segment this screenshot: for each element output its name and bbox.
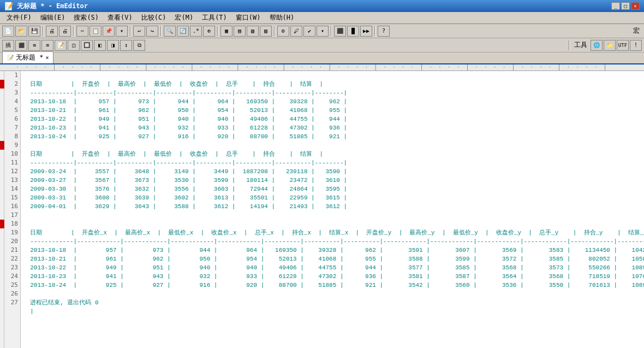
- menu-macro[interactable]: 宏(M): [170, 12, 198, 23]
- plugin-btn-2[interactable]: ⬛: [15, 40, 27, 51]
- stop-button[interactable]: ⬛: [334, 26, 346, 37]
- editor-content[interactable]: 日期 | 开盘价 | 最高价 | 最低价 | 收盘价 | 总手 | 持合 | 结…: [21, 71, 644, 348]
- record-button[interactable]: ▐▌: [347, 26, 359, 37]
- csv-button[interactable]: ▦: [220, 26, 232, 37]
- help-button[interactable]: ?: [378, 26, 390, 37]
- bookmark-margin: [0, 71, 4, 348]
- line-num-13: 13: [4, 176, 20, 185]
- tools-btn-1[interactable]: 🌐: [591, 40, 603, 51]
- plugin-btn-3[interactable]: ≡: [28, 40, 40, 51]
- csv4-button[interactable]: ▨: [260, 26, 272, 37]
- tools-btn-2[interactable]: 📁: [604, 40, 616, 51]
- undo-button[interactable]: ↩: [133, 26, 145, 37]
- line-19: 日期 | 开盘价_x | 最高价_x | 最低价_x | 收盘价_x | 总手_…: [21, 228, 644, 237]
- menu-search[interactable]: 搜索(S): [69, 12, 103, 23]
- menu-view[interactable]: 查看(V): [103, 12, 137, 23]
- find-button[interactable]: 🔍: [164, 26, 176, 37]
- close-button[interactable]: ×: [631, 2, 640, 10]
- line-9: [21, 141, 644, 150]
- line-10: 日期 | 开盘价 | 最高价 | 最低价 | 收盘价 | 总手 | 持合 | 结…: [21, 150, 644, 158]
- redo-button[interactable]: ↪: [146, 26, 158, 37]
- play-button[interactable]: ▶▶: [360, 26, 372, 37]
- line-26: [21, 290, 644, 298]
- line-11: ------------|----------|----------|-----…: [21, 158, 644, 167]
- tab-untitled[interactable]: 📝 无标题 * ×: [2, 51, 53, 63]
- line-num-3: 3: [4, 89, 20, 97]
- line-num-8: 8: [4, 132, 20, 141]
- bookmark-line-9: [0, 141, 4, 150]
- cut-button[interactable]: ✂: [76, 26, 88, 37]
- tools-btn-4[interactable]: !: [630, 40, 642, 51]
- separator-5: [217, 26, 218, 36]
- window-controls[interactable]: _ □ ×: [611, 2, 640, 10]
- line-15: 2009-03-31 | 3608 | 3639 | 3602 | 3613 |…: [21, 193, 644, 202]
- plugin-btn-7[interactable]: 🔲: [81, 40, 93, 51]
- plugin-btn-9[interactable]: ◨: [107, 40, 119, 51]
- tab-close-button[interactable]: ×: [45, 55, 49, 61]
- line-num-15: 15: [4, 193, 20, 202]
- paste-button[interactable]: 📌: [103, 26, 115, 37]
- csv3-button[interactable]: ▧: [247, 26, 259, 37]
- check2-button[interactable]: ▾: [317, 26, 329, 37]
- ruler: ····|····|····|····|····|····|····|····|…: [0, 64, 644, 71]
- check-button[interactable]: ✔: [303, 26, 315, 37]
- menu-window[interactable]: 窗口(W): [231, 12, 265, 23]
- separator-3: [130, 26, 131, 36]
- line-num-14: 14: [4, 185, 20, 193]
- plugin-btn-5[interactable]: 📝: [55, 40, 67, 51]
- plugin-btn-4[interactable]: ≡: [41, 40, 53, 51]
- plugin-btn-11[interactable]: ⧉: [133, 40, 145, 51]
- line-num-6: 6: [4, 115, 20, 123]
- editor-container: 1 2 3 4 5 6 7 8 9 10 11 12 13 14 15 16 1…: [0, 71, 644, 348]
- menu-tools[interactable]: 工具(T): [198, 12, 231, 23]
- menu-file[interactable]: 文件(F): [2, 12, 36, 23]
- find-regex-button[interactable]: .*: [190, 26, 202, 37]
- line-18: [21, 220, 644, 228]
- maximize-button[interactable]: □: [621, 2, 630, 10]
- copy-button[interactable]: 📋: [90, 26, 102, 37]
- toolbar-main: 📄 📂 💾 🖨 🖨 ✂ 📋 📌 ▾ ↩ ↪ 🔍 🔄 .* ⊕ ▦ ▤ ▧ ▨ ⚙…: [0, 24, 644, 38]
- line-num-18: 18: [4, 220, 20, 228]
- csv2-button[interactable]: ▤: [234, 26, 246, 37]
- plugin-btn-10[interactable]: ↕: [120, 40, 132, 51]
- replace-button[interactable]: 🔄: [177, 26, 189, 37]
- plugin-btn-1[interactable]: 插: [2, 40, 14, 51]
- line-num-16: 16: [4, 202, 20, 211]
- line-16: 2009-04-01 | 3629 | 3643 | 3588 | 3612 |…: [21, 202, 644, 211]
- separator-2: [73, 26, 74, 36]
- open-button[interactable]: 📂: [15, 26, 27, 37]
- line-20: ------------|------------|------------|-…: [21, 237, 644, 246]
- find-all-button[interactable]: ⊕: [203, 26, 215, 37]
- menu-help[interactable]: 帮助(H): [265, 12, 299, 23]
- separator-4: [160, 26, 162, 36]
- line-23: 2013-10-22 | 949 | 951 | 940 | 940 | 494…: [21, 263, 644, 272]
- plugin-btn-6[interactable]: ◫: [68, 40, 80, 51]
- filter-button[interactable]: ⚙: [277, 26, 289, 37]
- line-3: ------------|----------|----------|-----…: [21, 89, 644, 97]
- menu-edit[interactable]: 编辑(E): [36, 12, 70, 23]
- highlight-button[interactable]: 🖊: [290, 26, 302, 37]
- line-num-21: 21: [4, 246, 20, 255]
- minimize-button[interactable]: _: [611, 2, 620, 10]
- line-num-25: 25: [4, 281, 20, 290]
- line-num-5: 5: [4, 106, 20, 115]
- new-button[interactable]: 📄: [2, 26, 14, 37]
- line-num-10: 10: [4, 150, 20, 158]
- tools-btn-3[interactable]: UTF: [617, 40, 629, 51]
- menu-compare[interactable]: 比较(C): [137, 12, 171, 23]
- plugin-btn-8[interactable]: ◧: [94, 40, 106, 51]
- separator-tools: [569, 40, 570, 50]
- line-28: |: [21, 307, 644, 316]
- line-num-26: 26: [4, 290, 20, 298]
- print-button[interactable]: 🖨: [59, 26, 71, 37]
- print-preview-button[interactable]: 🖨: [46, 26, 58, 37]
- line-num-19: 19: [4, 228, 20, 237]
- line-14: 2009-03-30 | 3576 | 3632 | 3556 | 3603 |…: [21, 185, 644, 193]
- separator-8: [374, 26, 375, 36]
- tab-label: 无标题 *: [16, 53, 43, 62]
- paste-special-button[interactable]: ▾: [116, 26, 128, 37]
- line-numbers: 1 2 3 4 5 6 7 8 9 10 11 12 13 14 15 16 1…: [4, 71, 21, 348]
- line-1: [21, 71, 644, 80]
- save-button[interactable]: 💾: [28, 26, 40, 37]
- line-17: [21, 211, 644, 220]
